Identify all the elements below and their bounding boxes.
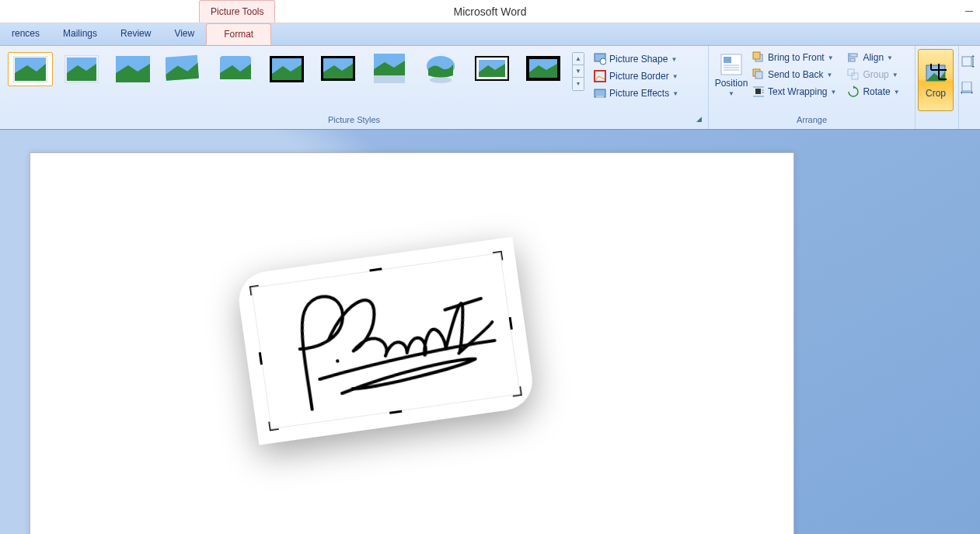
- title-bar: Picture Tools Microsoft Word ─: [0, 0, 980, 23]
- crop-icon: [923, 62, 948, 87]
- svg-rect-35: [596, 96, 604, 98]
- picture-style-thumb-3[interactable]: [110, 52, 155, 86]
- document-area[interactable]: [0, 130, 980, 534]
- crop-handle-r[interactable]: [507, 317, 513, 330]
- picture-shape-icon: [594, 53, 606, 65]
- crop-button[interactable]: Crop: [918, 49, 954, 111]
- svg-point-66: [336, 359, 340, 363]
- ribbon: ▲ ▼ ▾ Picture Shape ▼ Picture Borde: [0, 46, 980, 130]
- picture-style-thumb-8[interactable]: [367, 52, 412, 86]
- dropdown-icon: ▼: [826, 72, 832, 79]
- rotate-label: Rotate: [863, 86, 890, 97]
- crop-handle-tr[interactable]: [488, 251, 504, 267]
- svg-marker-61: [971, 66, 975, 68]
- picture-shape-button[interactable]: Picture Shape ▼: [591, 51, 682, 68]
- crop-handle-tl[interactable]: [249, 284, 265, 300]
- svg-rect-52: [850, 58, 855, 61]
- picture-border-icon: [594, 70, 606, 82]
- bring-to-front-icon: [752, 51, 765, 64]
- picture-shape-label: Picture Shape: [609, 54, 668, 65]
- picture-style-thumb-10[interactable]: [469, 52, 514, 86]
- svg-rect-58: [962, 57, 971, 66]
- rotate-icon: [847, 86, 860, 98]
- gallery-expand[interactable]: ▾: [573, 78, 584, 90]
- align-button[interactable]: Align ▼: [844, 49, 902, 66]
- svg-rect-45: [755, 89, 761, 94]
- text-wrapping-button[interactable]: Text Wrapping ▼: [749, 83, 839, 100]
- picture-effects-icon: [594, 87, 606, 99]
- dropdown-icon: ▼: [672, 90, 678, 97]
- picture-effects-label: Picture Effects: [609, 88, 669, 99]
- crop-label: Crop: [926, 89, 946, 99]
- tab-format[interactable]: Format: [206, 23, 271, 45]
- picture-styles-gallery: [5, 49, 569, 86]
- picture-effects-button[interactable]: Picture Effects ▼: [591, 85, 682, 102]
- send-to-back-button[interactable]: Send to Back ▼: [749, 66, 839, 83]
- gallery-scroll-up[interactable]: ▲: [573, 53, 584, 65]
- dropdown-icon: ▼: [828, 54, 834, 61]
- svg-rect-62: [962, 82, 971, 91]
- bring-to-front-button[interactable]: Bring to Front ▼: [749, 49, 839, 66]
- picture-style-thumb-2[interactable]: [59, 52, 104, 86]
- svg-point-23: [430, 77, 452, 83]
- bring-to-front-label: Bring to Front: [768, 52, 825, 63]
- svg-rect-69: [259, 352, 263, 365]
- svg-marker-64: [961, 91, 962, 94]
- crop-handle-bl[interactable]: [267, 415, 283, 431]
- group-clipped: [959, 46, 980, 129]
- align-label: Align: [863, 52, 884, 63]
- group-size: Crop: [915, 46, 959, 129]
- signature-image: [252, 253, 521, 430]
- svg-rect-51: [850, 54, 857, 57]
- svg-rect-37: [724, 57, 731, 63]
- ribbon-tab-row: rences Mailings Review View Format: [0, 23, 980, 46]
- picture-style-thumb-5[interactable]: [213, 52, 258, 86]
- dropdown-icon: ▼: [892, 72, 898, 79]
- picture-style-thumb-6[interactable]: [264, 52, 309, 86]
- selected-picture[interactable]: [248, 254, 543, 456]
- gallery-scroll-buttons: ▲ ▼ ▾: [572, 52, 584, 91]
- position-icon: [719, 52, 744, 77]
- svg-rect-21: [374, 75, 405, 83]
- svg-rect-44: [755, 72, 762, 79]
- svg-rect-54: [852, 73, 858, 79]
- picture-style-thumb-1[interactable]: [8, 52, 53, 86]
- picture-styles-group-label: Picture Styles: [328, 115, 380, 124]
- group-objects-button: Group ▼: [844, 66, 902, 83]
- picture-style-thumb-9[interactable]: [418, 52, 463, 86]
- tab-references[interactable]: rences: [0, 23, 51, 45]
- svg-rect-42: [753, 52, 760, 59]
- text-wrapping-label: Text Wrapping: [768, 86, 827, 97]
- picture-styles-launcher[interactable]: ◢: [696, 114, 702, 124]
- width-icon: [961, 82, 975, 94]
- contextual-tab-picture-tools: Picture Tools: [199, 0, 275, 23]
- picture-border-label: Picture Border: [609, 71, 669, 82]
- picture-style-thumb-4[interactable]: [162, 52, 207, 86]
- page[interactable]: [30, 152, 794, 534]
- position-button[interactable]: Position ▼: [713, 49, 749, 102]
- picture-style-thumb-7[interactable]: [316, 52, 361, 86]
- svg-rect-68: [389, 410, 402, 414]
- svg-rect-53: [848, 69, 854, 75]
- crop-frame[interactable]: [251, 253, 520, 429]
- crop-handle-br[interactable]: [506, 382, 521, 397]
- text-wrapping-icon: [752, 86, 765, 98]
- tab-review[interactable]: Review: [109, 23, 162, 45]
- dropdown-icon: ▼: [728, 89, 734, 99]
- send-to-back-label: Send to Back: [768, 69, 823, 80]
- group-arrange: Position ▼ Bring to Front ▼: [709, 46, 915, 129]
- svg-point-32: [600, 58, 606, 65]
- tab-view[interactable]: View: [162, 23, 206, 45]
- send-to-back-icon: [752, 68, 765, 81]
- rotate-button[interactable]: Rotate ▼: [844, 83, 902, 100]
- gallery-scroll-down[interactable]: ▼: [573, 65, 584, 78]
- window-minimize-button[interactable]: ─: [961, 0, 977, 22]
- tab-mailings[interactable]: Mailings: [51, 23, 109, 45]
- picture-border-button[interactable]: Picture Border ▼: [591, 68, 682, 85]
- dropdown-icon: ▼: [887, 54, 893, 61]
- dropdown-icon: ▼: [671, 56, 677, 63]
- crop-handle-b[interactable]: [389, 408, 403, 414]
- dropdown-icon: ▼: [894, 89, 900, 96]
- arrange-group-label: Arrange: [797, 115, 827, 124]
- picture-style-thumb-11[interactable]: [521, 52, 566, 86]
